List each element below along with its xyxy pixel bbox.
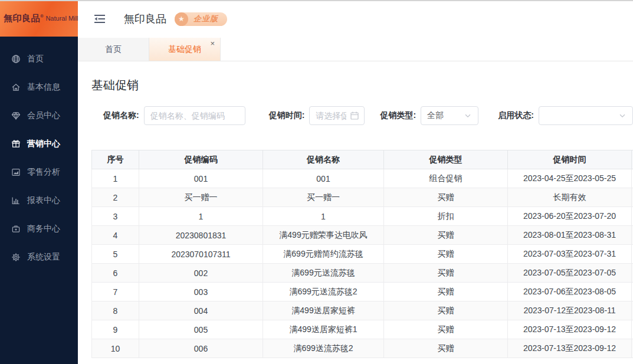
enterprise-badge-label: 企业版 (193, 14, 218, 24)
gem-icon (11, 111, 21, 120)
brand-logo: 無印良品® Natural Mill (0, 0, 78, 37)
cell-promo-code: 买一赠一 (139, 188, 263, 207)
col-promo-time: 促销时间 (508, 150, 632, 169)
main-area: 無印良品 ★ 企业版 首页 基础促销 × 基础促销 促销名称: 促销时间: (78, 0, 633, 364)
cell-index: 7 (92, 283, 139, 301)
cell-promo-code: 005 (139, 320, 263, 339)
table-row: 4 20230801831 满499元赠荣事达电吹风 买赠 2023-08-01… (92, 226, 633, 245)
brand-logo-cn: 無印良品® (4, 13, 44, 24)
enable-status-select[interactable] (539, 106, 633, 125)
sidebar-item-marketing-center[interactable]: 营销中心 (0, 130, 78, 158)
table-header-row: 序号 促销编码 促销名称 促销类型 促销时间 (92, 150, 633, 169)
promo-name-input[interactable] (144, 106, 245, 125)
menu-fold-icon[interactable] (94, 14, 106, 24)
sidebar-item-system-settings[interactable]: 系统设置 (0, 243, 78, 271)
cell-promo-name: 满699元赠简约流苏毯 (263, 245, 384, 264)
cell-promo-type: 组合促销 (384, 169, 508, 188)
cell-promo-time: 长期有效 (508, 188, 632, 207)
promo-name-label: 促销名称: (103, 110, 139, 121)
calendar-icon (350, 111, 359, 120)
briefcase-icon (11, 224, 21, 234)
table-row: 6 002 满699元送流苏毯 买赠 2023-07-05至2023-07-05 (92, 264, 633, 283)
table-row: 1 001 001 组合促销 2023-04-25至2023-05-25 (92, 169, 633, 188)
cell-promo-time: 2023-04-25至2023-05-25 (508, 169, 632, 188)
star-icon: ★ (175, 12, 188, 26)
sidebar-item-report-center[interactable]: 报表中心 (0, 186, 78, 215)
globe-icon (11, 54, 21, 64)
cell-promo-type: 折扣 (384, 207, 508, 226)
cell-promo-type: 买赠 (384, 283, 508, 301)
cell-promo-code: 002 (139, 264, 263, 283)
cell-promo-name: 满499送居家短裤 (263, 301, 384, 320)
sidebar-menu: 首页 基本信息 会员中心 营销中心 零售分析 报表中心 商务中心 系统设置 (0, 37, 78, 271)
promo-time-label: 促销时间: (269, 110, 305, 121)
sidebar-item-label: 首页 (27, 54, 44, 64)
promo-type-select[interactable]: 全部 (421, 106, 478, 125)
cell-promo-time: 2023-07-05至2023-07-05 (508, 264, 632, 283)
col-promo-code: 促销编码 (139, 150, 263, 169)
tab-bar: 首页 基础促销 × (78, 38, 633, 61)
cell-index: 10 (92, 339, 139, 358)
cell-promo-time: 2023-07-03至2023-07-31 (508, 245, 632, 264)
cell-promo-name: 1 (263, 207, 384, 226)
sidebar-item-basic-info[interactable]: 基本信息 (0, 73, 78, 101)
tab-label: 首页 (105, 44, 122, 55)
cell-promo-time: 2023-07-06至2023-08-05 (508, 283, 632, 301)
cell-promo-code: 2023070107311 (139, 245, 263, 264)
sidebar-item-label: 会员中心 (27, 110, 60, 121)
chevron-down-icon (464, 112, 472, 120)
bar-chart-icon (11, 196, 21, 205)
sidebar-item-label: 报表中心 (27, 195, 60, 206)
sidebar-item-label: 基本信息 (27, 82, 60, 93)
promo-type-label: 促销类型: (380, 110, 416, 121)
brand-logo-en: Natural Mill (45, 15, 78, 22)
cell-promo-time: 2023-07-12至2023-08-11 (508, 301, 632, 320)
promotion-table: 序号 促销编码 促销名称 促销类型 促销时间 1 001 001 组合促销 20… (91, 150, 633, 358)
promo-type-value: 全部 (427, 110, 444, 121)
tab-home[interactable]: 首页 (78, 38, 149, 61)
cell-promo-code: 003 (139, 283, 263, 301)
col-promo-name: 促销名称 (263, 150, 384, 169)
cell-promo-code: 004 (139, 301, 263, 320)
cell-promo-type: 买赠 (384, 320, 508, 339)
sidebar-item-label: 商务中心 (27, 224, 60, 234)
cell-index: 9 (92, 320, 139, 339)
cell-index: 3 (92, 207, 139, 226)
cell-promo-time: 2023-07-13至2023-09-12 (508, 320, 632, 339)
table-row: 5 2023070107311 满699元赠简约流苏毯 买赠 2023-07-0… (92, 245, 633, 264)
cell-index: 4 (92, 226, 139, 245)
cell-index: 2 (92, 188, 139, 207)
cell-promo-type: 买赠 (384, 245, 508, 264)
close-icon[interactable]: × (210, 40, 215, 47)
promo-time-picker (309, 106, 365, 125)
table-row: 2 买一赠一 买一赠一 买赠 长期有效 (92, 188, 633, 207)
cell-promo-name: 001 (263, 169, 384, 188)
cell-promo-type: 买赠 (384, 226, 508, 245)
cell-promo-code: 1 (139, 207, 263, 226)
filter-bar: 促销名称: 促销时间: 促销类型: 全部 启用状态: (91, 106, 633, 125)
col-index: 序号 (92, 150, 139, 169)
table-row: 9 005 满499送居家短裤1 买赠 2023-07-13至2023-09-1… (92, 320, 633, 339)
cell-promo-time: 2023-07-13至2023-09-12 (508, 339, 632, 358)
sidebar: 無印良品® Natural Mill 首页 基本信息 会员中心 营销中心 零售分… (0, 0, 78, 364)
cell-promo-type: 买赠 (384, 301, 508, 320)
cell-promo-name: 满699元送流苏毯 (263, 264, 384, 283)
sidebar-item-business-center[interactable]: 商务中心 (0, 215, 78, 243)
gear-icon (11, 252, 21, 262)
cell-promo-time: 2023-06-20至2023-07-20 (508, 207, 632, 226)
home-icon (11, 83, 21, 92)
sidebar-item-retail-analysis[interactable]: 零售分析 (0, 158, 78, 186)
cell-promo-name: 满499元赠荣事达电吹风 (263, 226, 384, 245)
table-row: 7 003 满699元送流苏毯2 买赠 2023-07-06至2023-08-0… (92, 283, 633, 301)
app-title: 無印良品 (124, 12, 166, 26)
col-promo-type: 促销类型 (384, 150, 508, 169)
sidebar-item-label: 营销中心 (27, 139, 60, 149)
cell-promo-name: 买一赠一 (263, 188, 384, 207)
area-chart-icon (11, 168, 21, 177)
tab-basic-promotion[interactable]: 基础促销 × (149, 38, 221, 61)
cell-promo-name: 满699元送流苏毯2 (263, 283, 384, 301)
sidebar-item-member-center[interactable]: 会员中心 (0, 101, 78, 130)
table-body: 1 001 001 组合促销 2023-04-25至2023-05-25 2 买… (92, 169, 633, 358)
sidebar-item-home[interactable]: 首页 (0, 45, 78, 73)
chevron-down-icon (618, 112, 627, 120)
